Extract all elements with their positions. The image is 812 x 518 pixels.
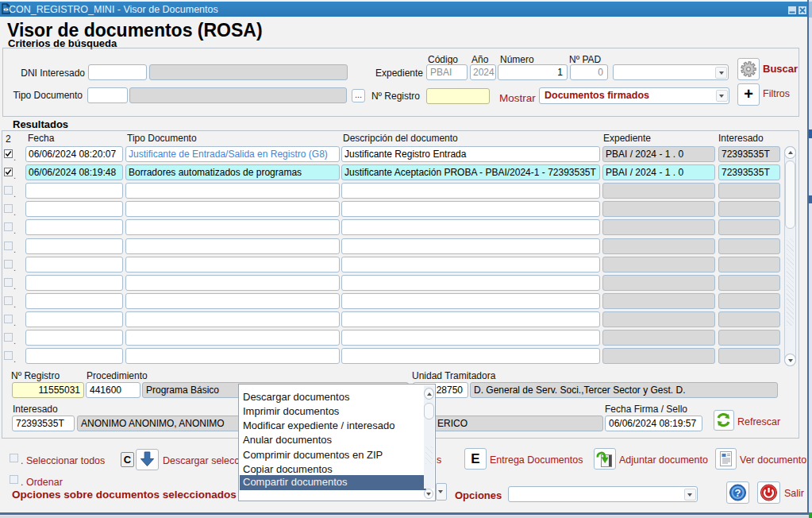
- svg-text:?: ?: [735, 487, 741, 499]
